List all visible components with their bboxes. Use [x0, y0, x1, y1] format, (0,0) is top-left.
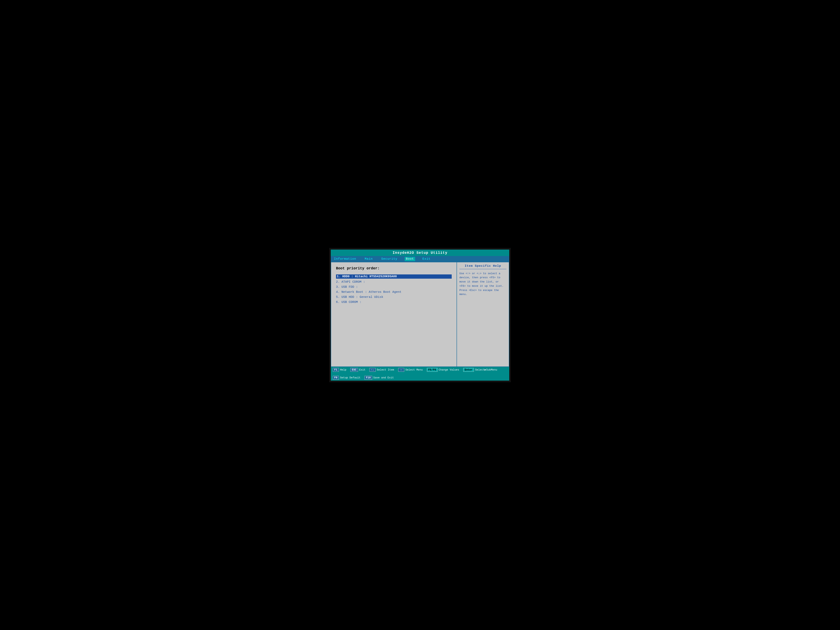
boot-item-3[interactable]: 3. USB FDD : — [336, 285, 452, 289]
boot-item-4-number: 4. — [336, 291, 339, 294]
menu-bar[interactable]: Information Main Security Boot Exit — [331, 256, 509, 262]
f1-label: Help — [340, 368, 346, 371]
f9-label: Setup Default — [340, 376, 360, 379]
key-arrows-ud: ↑↓ Select Item — [369, 368, 394, 372]
f1-badge: F1 — [333, 368, 339, 372]
key-enter: Enter Select▶SubMenu — [463, 368, 497, 372]
menu-main[interactable]: Main — [363, 257, 374, 261]
boot-item-2-label: ATAPI CDROM : — [341, 280, 365, 284]
esc-badge: ESC — [351, 368, 358, 372]
help-text: Use <↑> or <↓> to select a device, then … — [459, 272, 507, 297]
boot-item-1-number: 1. — [337, 275, 340, 278]
arrows-ud-label: Select Item — [377, 368, 394, 371]
bios-screen: InsydeH2O Setup Utility Information Main… — [329, 248, 511, 382]
help-panel: Item Specific Help Use <↑> or <↓> to sel… — [457, 262, 509, 367]
bottom-bar: F1 Help ESC Exit ↑↓ Select Item ↔ Select… — [331, 367, 509, 381]
boot-item-1-label: HDD0 : Hitachi HTS542520K9SA00 — [342, 275, 397, 278]
boot-item-4-label: Network Boot : Atheros Boot Agent — [341, 291, 401, 294]
boot-item-3-number: 3. — [336, 285, 339, 289]
boot-item-2[interactable]: 2. ATAPI CDROM : — [336, 280, 452, 284]
arrows-ud-badge: ↑↓ — [369, 368, 376, 372]
bottom-key-row: F1 Help ESC Exit ↑↓ Select Item ↔ Select… — [331, 367, 509, 381]
boot-item-2-number: 2. — [336, 280, 339, 284]
enter-label: Select▶SubMenu — [475, 368, 497, 371]
menu-information[interactable]: Information — [333, 257, 357, 261]
boot-item-5[interactable]: 5. USB HDD : General UDisk — [336, 295, 452, 299]
boot-item-5-label: USB HDD : General UDisk — [341, 295, 383, 299]
key-f5f6: F5/F6 Change Values — [427, 368, 459, 372]
arrows-lr-label: Select Menu — [406, 368, 423, 371]
app-title: InsydeH2O Setup Utility — [393, 251, 447, 255]
menu-boot[interactable]: Boot — [405, 257, 415, 261]
key-f1: F1 Help — [333, 368, 346, 372]
main-panel: Boot priority order: 1. HDD0 : Hitachi H… — [331, 262, 457, 367]
boot-item-5-number: 5. — [336, 295, 339, 299]
boot-item-4[interactable]: 4. Network Boot : Atheros Boot Agent — [336, 291, 452, 294]
key-f9: F9 Setup Default — [333, 376, 360, 380]
boot-item-1[interactable]: 1. HDD0 : Hitachi HTS542520K9SA00 — [336, 275, 452, 279]
boot-item-6[interactable]: 6. USB CDROM : — [336, 300, 452, 304]
key-f10: F10 Save and Exit — [365, 376, 394, 380]
boot-item-6-number: 6. — [336, 300, 339, 304]
f5f6-label: Change Values — [439, 368, 459, 371]
title-bar: InsydeH2O Setup Utility — [331, 249, 509, 256]
help-title: Item Specific Help — [459, 264, 507, 269]
arrows-lr-badge: ↔ — [398, 368, 404, 372]
section-title: Boot priority order: — [336, 266, 452, 270]
f10-badge: F10 — [365, 376, 372, 380]
boot-item-6-label: USB CDROM : — [341, 300, 362, 304]
f5f6-badge: F5/F6 — [427, 368, 437, 372]
f9-badge: F9 — [333, 376, 339, 380]
key-arrows-lr: ↔ Select Menu — [398, 368, 423, 372]
menu-exit[interactable]: Exit — [421, 257, 432, 261]
f10-label: Save and Exit — [373, 376, 394, 379]
boot-item-3-label: USB FDD : — [341, 285, 358, 289]
menu-security[interactable]: Security — [380, 257, 399, 261]
key-esc: ESC Exit — [351, 368, 365, 372]
esc-label: Exit — [359, 368, 365, 371]
content-area: Boot priority order: 1. HDD0 : Hitachi H… — [331, 262, 509, 367]
enter-badge: Enter — [463, 368, 474, 372]
